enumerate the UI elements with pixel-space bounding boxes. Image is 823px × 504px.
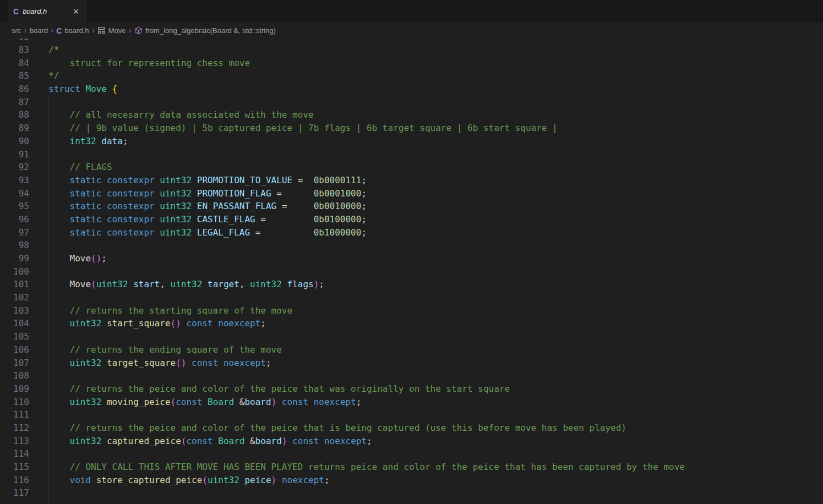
line-number[interactable]: 92	[0, 161, 29, 174]
line-number[interactable]: 93	[0, 174, 29, 187]
line-number[interactable]: 112	[0, 421, 29, 435]
code-line-106[interactable]: 106 // returns the ending square of the …	[0, 343, 823, 357]
line-number[interactable]: 97	[0, 226, 29, 239]
tab-board-h[interactable]: C board.h ×	[8, 0, 86, 23]
code-text: // returns the peice and color of the pe…	[29, 421, 626, 435]
chevron-right-icon: ›	[91, 26, 94, 35]
code-line-114[interactable]: 114	[0, 447, 823, 461]
line-number[interactable]: 85	[0, 69, 29, 83]
code-line-107[interactable]: 107 uint32 target_square() const noexcep…	[0, 357, 823, 370]
breadcrumb-item-board-h[interactable]: C board.h	[56, 26, 89, 35]
code-line-84[interactable]: 84 struct for representing chess move	[0, 57, 823, 70]
line-number[interactable]: 113	[0, 435, 29, 448]
close-icon[interactable]: ×	[72, 7, 80, 17]
code-line-92[interactable]: 92 // FLAGS	[0, 161, 823, 174]
line-number[interactable]: 82	[0, 39, 29, 43]
code-text: static constexpr uint32 CASTLE_FLAG = 0b…	[29, 213, 367, 226]
code-line-93[interactable]: 93 static constexpr uint32 PROMOTION_TO_…	[0, 174, 823, 187]
code-line-94[interactable]: 94 static constexpr uint32 PROMOTION_FLA…	[0, 187, 823, 200]
code-line-86[interactable]: 86struct Move {	[0, 83, 823, 96]
line-number[interactable]: 96	[0, 213, 29, 226]
line-number[interactable]: 117	[0, 486, 29, 500]
line-number[interactable]: 109	[0, 382, 29, 396]
line-number[interactable]: 105	[0, 330, 29, 343]
line-number[interactable]: 106	[0, 343, 29, 357]
code-text: uint32 moving_peice(const Board &board) …	[29, 396, 361, 409]
code-text: static constexpr uint32 EN_PASSANT_FLAG …	[29, 200, 367, 213]
code-line-91[interactable]: 91	[0, 148, 823, 161]
line-number[interactable]: 94	[0, 187, 29, 200]
code-line-109[interactable]: 109 // returns the peice and color of th…	[0, 382, 823, 396]
code-text: // | 9b value (signed) | 5b captured pei…	[29, 122, 558, 135]
code-line-83[interactable]: 83/*	[0, 43, 823, 57]
code-line-100[interactable]: 100	[0, 265, 823, 278]
indent-guide	[48, 96, 48, 504]
code-line-95[interactable]: 95 static constexpr uint32 EN_PASSANT_FL…	[0, 200, 823, 213]
breadcrumb-item-move[interactable]: Move	[97, 26, 126, 35]
line-number[interactable]: 107	[0, 357, 29, 370]
code-editor[interactable]: 8283/*84 struct for representing chess m…	[0, 39, 823, 504]
line-number[interactable]: 104	[0, 317, 29, 330]
code-line-82[interactable]: 82	[0, 39, 823, 43]
code-line-90[interactable]: 90 int32 data;	[0, 135, 823, 148]
line-number[interactable]: 116	[0, 474, 29, 487]
code-line-97[interactable]: 97 static constexpr uint32 LEGAL_FLAG = …	[0, 226, 823, 239]
struct-icon	[97, 26, 106, 35]
code-line-96[interactable]: 96 static constexpr uint32 CASTLE_FLAG =…	[0, 213, 823, 226]
code-line-115[interactable]: 115 // ONLY CALL THIS AFTER MOVE HAS BEE…	[0, 461, 823, 474]
code-text: uint32 captured_peice(const Board &board…	[29, 435, 372, 448]
line-number[interactable]: 89	[0, 122, 29, 135]
line-number[interactable]: 83	[0, 43, 29, 57]
line-number[interactable]: 115	[0, 461, 29, 474]
code-line-88[interactable]: 88 // all necesarry data associated with…	[0, 108, 823, 122]
code-line-85[interactable]: 85*/	[0, 69, 823, 83]
breadcrumb-item-label: board.h	[64, 26, 89, 35]
code-line-103[interactable]: 103 // returns the starting square of th…	[0, 304, 823, 317]
code-line-98[interactable]: 98	[0, 239, 823, 252]
code-line-102[interactable]: 102	[0, 291, 823, 304]
code-line-117[interactable]: 117	[0, 486, 823, 500]
line-number[interactable]: 102	[0, 291, 29, 304]
line-number[interactable]: 99	[0, 252, 29, 265]
line-number[interactable]: 108	[0, 369, 29, 382]
code-text: static constexpr uint32 LEGAL_FLAG = 0b1…	[29, 226, 367, 239]
line-number[interactable]: 87	[0, 96, 29, 109]
line-number[interactable]: 111	[0, 408, 29, 421]
code-text: // returns the peice and color of the pe…	[29, 382, 510, 396]
code-line-116[interactable]: 116 void store_captured_peice(uint32 pei…	[0, 474, 823, 487]
line-number[interactable]: 86	[0, 83, 29, 96]
line-number[interactable]: 114	[0, 447, 29, 461]
line-number[interactable]: 90	[0, 135, 29, 148]
code-line-105[interactable]: 105	[0, 330, 823, 343]
line-number[interactable]: 91	[0, 148, 29, 161]
line-number[interactable]: 84	[0, 57, 29, 70]
code-line-111[interactable]: 111	[0, 408, 823, 421]
tab-label: board.h	[23, 7, 68, 15]
code-line-87[interactable]: 87	[0, 96, 823, 109]
line-number[interactable]: 101	[0, 278, 29, 291]
code-text: static constexpr uint32 PROMOTION_TO_VAL…	[29, 174, 367, 187]
c-file-icon: C	[13, 8, 19, 15]
breadcrumb-item-from-long-algebraic[interactable]: from_long_algebraic(Board &, std::string…	[134, 26, 276, 35]
breadcrumb-item-board[interactable]: board	[30, 26, 48, 35]
code-line-101[interactable]: 101 Move(uint32 start, uint32 target, ui…	[0, 278, 823, 291]
code-text: // ONLY CALL THIS AFTER MOVE HAS BEEN PL…	[29, 461, 685, 474]
code-line-99[interactable]: 99 Move();	[0, 252, 823, 265]
code-text: struct for representing chess move	[29, 57, 250, 70]
c-file-icon: C	[56, 27, 62, 35]
code-text: /*	[29, 43, 59, 57]
line-number[interactable]: 95	[0, 200, 29, 213]
code-line-104[interactable]: 104 uint32 start_square() const noexcept…	[0, 317, 823, 330]
breadcrumb-item-src[interactable]: src	[12, 26, 21, 35]
line-number[interactable]: 98	[0, 239, 29, 252]
line-number[interactable]: 110	[0, 396, 29, 409]
line-number[interactable]: 88	[0, 108, 29, 122]
line-number[interactable]: 100	[0, 265, 29, 278]
code-line-113[interactable]: 113 uint32 captured_peice(const Board &b…	[0, 435, 823, 448]
code-line-108[interactable]: 108	[0, 369, 823, 382]
code-line-89[interactable]: 89 // | 9b value (signed) | 5b captured …	[0, 122, 823, 135]
code-line-110[interactable]: 110 uint32 moving_peice(const Board &boa…	[0, 396, 823, 409]
code-text: void store_captured_peice(uint32 peice) …	[29, 474, 330, 487]
code-line-112[interactable]: 112 // returns the peice and color of th…	[0, 421, 823, 435]
line-number[interactable]: 103	[0, 304, 29, 317]
